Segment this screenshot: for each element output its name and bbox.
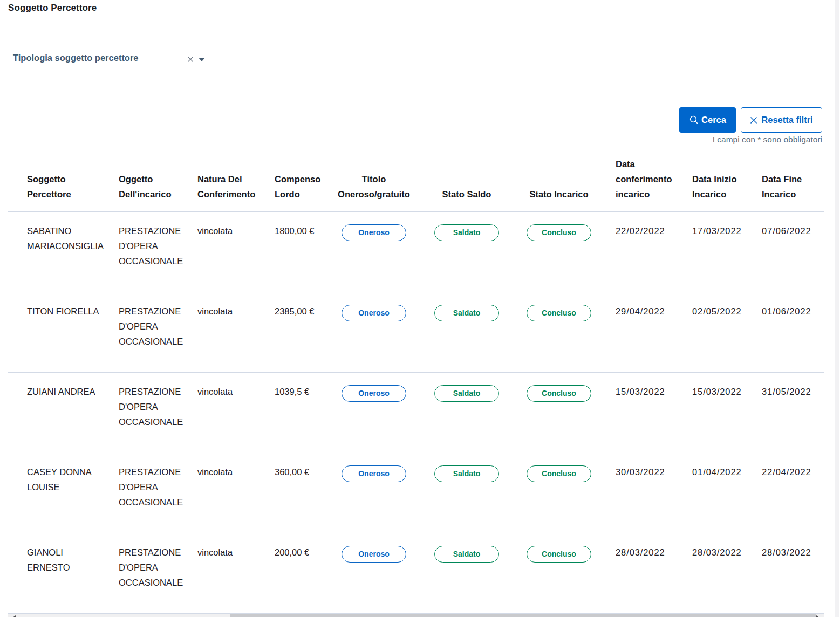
- cell-oggetto: PRESTAZIONE D'OPERA OCCASIONALE: [103, 373, 189, 453]
- cell-stato_incarico: Concluso: [510, 453, 607, 533]
- titolo-badge: Oneroso: [342, 385, 406, 402]
- table-row: TITON FIORELLAPRESTAZIONE D'OPERA OCCASI…: [8, 292, 824, 373]
- cell-natura: vincolata: [189, 292, 267, 373]
- stato_incarico-badge: Concluso: [527, 465, 591, 482]
- column-header-titolo: Titolo Oneroso/gratuito: [325, 150, 423, 212]
- cell-data_inizio: 01/04/2022: [684, 453, 754, 533]
- stato_saldo-badge: Saldato: [434, 465, 499, 482]
- resetta-filtri-button[interactable]: Resetta filtri: [741, 107, 822, 133]
- stato_saldo-badge: Saldato: [434, 546, 499, 563]
- cell-stato_incarico: Concluso: [510, 533, 607, 614]
- cell-titolo: Oneroso: [325, 292, 423, 373]
- tipologia-select-label: Tipologia soggetto percettore: [13, 52, 139, 63]
- cell-oggetto: PRESTAZIONE D'OPERA OCCASIONALE: [103, 533, 189, 614]
- column-header-data_fine: Data Fine Incarico: [754, 150, 824, 212]
- stato_saldo-badge: Saldato: [434, 305, 499, 321]
- column-header-soggetto: Soggetto Percettore: [8, 150, 103, 212]
- horizontal-scrollbar-thumb[interactable]: [230, 614, 816, 617]
- stato_incarico-badge: Concluso: [527, 385, 591, 402]
- vertical-scrollbar[interactable]: [835, 0, 839, 617]
- table-row: ZUIANI ANDREAPRESTAZIONE D'OPERA OCCASIO…: [8, 373, 824, 453]
- titolo-badge: Oneroso: [342, 305, 406, 321]
- stato_saldo-badge: Saldato: [434, 385, 499, 402]
- cell-titolo: Oneroso: [325, 212, 423, 292]
- search-icon: [689, 115, 699, 125]
- cell-soggetto: GIANOLI ERNESTO: [8, 533, 103, 614]
- cell-stato_saldo: Saldato: [423, 212, 510, 292]
- cerca-button-label: Cerca: [701, 115, 726, 125]
- close-icon: [750, 116, 757, 124]
- cell-soggetto: TITON FIORELLA: [8, 292, 103, 373]
- cell-stato_incarico: Concluso: [510, 212, 607, 292]
- cell-soggetto: SABATINO MARIACONSIGLIA: [8, 212, 103, 292]
- cell-data_conferimento: 15/03/2022: [607, 373, 684, 453]
- cell-data_conferimento: 29/04/2022: [607, 292, 684, 373]
- cell-data_fine: 28/03/2022: [754, 533, 824, 614]
- cell-oggetto: PRESTAZIONE D'OPERA OCCASIONALE: [103, 212, 189, 292]
- cell-stato_saldo: Saldato: [423, 453, 510, 533]
- titolo-badge: Oneroso: [342, 465, 406, 482]
- cell-stato_incarico: Concluso: [510, 373, 607, 453]
- cell-titolo: Oneroso: [325, 453, 423, 533]
- table-header: Soggetto PercettoreOggetto Dell'incarico…: [8, 150, 824, 212]
- results-table: Soggetto PercettoreOggetto Dell'incarico…: [8, 150, 824, 614]
- titolo-badge: Oneroso: [342, 546, 406, 563]
- titolo-badge: Oneroso: [342, 224, 406, 241]
- column-header-stato_incarico: Stato Incarico: [510, 150, 607, 212]
- cell-data_conferimento: 22/02/2022: [607, 212, 684, 292]
- stato_incarico-badge: Concluso: [527, 546, 591, 563]
- cell-data_fine: 22/04/2022: [754, 453, 824, 533]
- page: Soggetto Percettore Tipologia soggetto p…: [0, 0, 840, 617]
- horizontal-scrollbar[interactable]: [8, 614, 824, 617]
- cell-natura: vincolata: [189, 533, 267, 614]
- cell-natura: vincolata: [189, 453, 267, 533]
- cell-titolo: Oneroso: [325, 533, 423, 614]
- clear-selection-icon[interactable]: [187, 56, 194, 63]
- stato_saldo-badge: Saldato: [434, 224, 499, 241]
- cell-data_inizio: 17/03/2022: [684, 212, 754, 292]
- cell-natura: vincolata: [189, 212, 267, 292]
- cell-stato_saldo: Saldato: [423, 373, 510, 453]
- cell-data_fine: 31/05/2022: [754, 373, 824, 453]
- results-table-wrap: Soggetto PercettoreOggetto Dell'incarico…: [8, 150, 824, 614]
- cell-oggetto: PRESTAZIONE D'OPERA OCCASIONALE: [103, 453, 189, 533]
- cerca-button[interactable]: Cerca: [679, 107, 736, 133]
- cell-soggetto: CASEY DONNA LOUISE: [8, 453, 103, 533]
- cell-compenso: 200,00 €: [267, 533, 325, 614]
- cell-data_conferimento: 28/03/2022: [607, 533, 684, 614]
- cell-compenso: 1039,5 €: [267, 373, 325, 453]
- cell-oggetto: PRESTAZIONE D'OPERA OCCASIONALE: [103, 292, 189, 373]
- cell-titolo: Oneroso: [325, 373, 423, 453]
- cell-compenso: 1800,00 €: [267, 212, 325, 292]
- tipologia-select[interactable]: Tipologia soggetto percettore: [8, 51, 207, 68]
- column-header-oggetto: Oggetto Dell'incarico: [103, 150, 189, 212]
- column-header-natura: Natura Del Conferimento: [189, 150, 267, 212]
- chevron-down-icon[interactable]: [199, 58, 205, 61]
- cell-data_inizio: 02/05/2022: [684, 292, 754, 373]
- cell-stato_incarico: Concluso: [510, 292, 607, 373]
- stato_incarico-badge: Concluso: [527, 224, 591, 241]
- table-row: SABATINO MARIACONSIGLIAPRESTAZIONE D'OPE…: [8, 212, 824, 292]
- cell-stato_saldo: Saldato: [423, 533, 510, 614]
- cell-data_inizio: 28/03/2022: [684, 533, 754, 614]
- cell-data_fine: 01/06/2022: [754, 292, 824, 373]
- table-row: CASEY DONNA LOUISEPRESTAZIONE D'OPERA OC…: [8, 453, 824, 533]
- required-fields-note: I campi con * sono obbligatori: [713, 134, 822, 146]
- cell-compenso: 2385,00 €: [267, 292, 325, 373]
- cell-compenso: 360,00 €: [267, 453, 325, 533]
- cell-data_conferimento: 30/03/2022: [607, 453, 684, 533]
- column-header-data_conferimento: Data conferimento incarico: [607, 150, 684, 212]
- column-header-compenso: Compenso Lordo: [267, 150, 325, 212]
- filter-actions: Cerca Resetta filtri: [0, 107, 840, 133]
- cell-data_inizio: 15/03/2022: [684, 373, 754, 453]
- stato_incarico-badge: Concluso: [527, 305, 591, 321]
- page-title: Soggetto Percettore: [8, 2, 97, 15]
- cell-soggetto: ZUIANI ANDREA: [8, 373, 103, 453]
- cell-data_fine: 07/06/2022: [754, 212, 824, 292]
- column-header-data_inizio: Data Inizio Incarico: [684, 150, 754, 212]
- column-header-stato_saldo: Stato Saldo: [423, 150, 510, 212]
- cell-natura: vincolata: [189, 373, 267, 453]
- table-row: GIANOLI ERNESTOPRESTAZIONE D'OPERA OCCAS…: [8, 533, 824, 614]
- resetta-filtri-button-label: Resetta filtri: [761, 115, 812, 125]
- cell-stato_saldo: Saldato: [423, 292, 510, 373]
